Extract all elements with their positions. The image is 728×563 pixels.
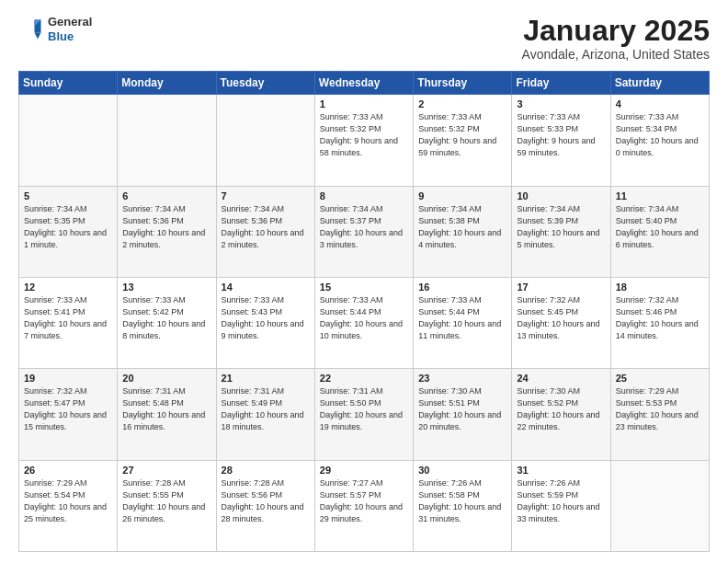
- day-number: 9: [418, 190, 506, 201]
- svg-marker-1: [35, 32, 41, 39]
- calendar-week-row: 5Sunrise: 7:34 AM Sunset: 5:35 PM Daylig…: [19, 186, 710, 277]
- day-info: Sunrise: 7:26 AM Sunset: 5:58 PM Dayligh…: [418, 477, 506, 525]
- logo-text: General Blue: [48, 15, 92, 43]
- day-number: 14: [222, 282, 310, 293]
- location-label: Avondale, Arizona, United States: [522, 47, 710, 62]
- day-number: 30: [418, 465, 506, 476]
- day-info: Sunrise: 7:28 AM Sunset: 5:56 PM Dayligh…: [222, 477, 310, 525]
- calendar-cell: 15Sunrise: 7:33 AM Sunset: 5:44 PM Dayli…: [314, 277, 413, 368]
- logo-icon: [18, 17, 44, 42]
- calendar-cell: 2Sunrise: 7:33 AM Sunset: 5:32 PM Daylig…: [414, 95, 512, 186]
- day-info: Sunrise: 7:34 AM Sunset: 5:40 PM Dayligh…: [616, 203, 704, 251]
- calendar-table: SundayMondayTuesdayWednesdayThursdayFrid…: [18, 71, 710, 552]
- calendar-cell: 16Sunrise: 7:33 AM Sunset: 5:44 PM Dayli…: [414, 277, 512, 368]
- day-info: Sunrise: 7:33 AM Sunset: 5:41 PM Dayligh…: [24, 294, 112, 342]
- calendar-cell: 11Sunrise: 7:34 AM Sunset: 5:40 PM Dayli…: [610, 186, 709, 277]
- month-title: January 2025: [522, 15, 710, 47]
- calendar-cell: [216, 95, 314, 186]
- day-number: 6: [122, 190, 210, 201]
- day-info: Sunrise: 7:33 AM Sunset: 5:44 PM Dayligh…: [418, 294, 506, 342]
- day-number: 23: [418, 373, 506, 384]
- calendar-cell: 21Sunrise: 7:31 AM Sunset: 5:49 PM Dayli…: [216, 369, 314, 460]
- calendar-cell: [610, 460, 709, 551]
- weekday-header-row: SundayMondayTuesdayWednesdayThursdayFrid…: [19, 72, 710, 95]
- weekday-header-sunday: Sunday: [19, 72, 118, 95]
- day-info: Sunrise: 7:31 AM Sunset: 5:50 PM Dayligh…: [320, 385, 408, 433]
- calendar-cell: 30Sunrise: 7:26 AM Sunset: 5:58 PM Dayli…: [414, 460, 512, 551]
- day-info: Sunrise: 7:30 AM Sunset: 5:52 PM Dayligh…: [517, 385, 605, 433]
- calendar-cell: 23Sunrise: 7:30 AM Sunset: 5:51 PM Dayli…: [414, 369, 512, 460]
- day-number: 29: [320, 465, 408, 476]
- day-info: Sunrise: 7:34 AM Sunset: 5:38 PM Dayligh…: [418, 203, 506, 251]
- calendar-cell: 20Sunrise: 7:31 AM Sunset: 5:48 PM Dayli…: [118, 369, 216, 460]
- day-info: Sunrise: 7:33 AM Sunset: 5:32 PM Dayligh…: [320, 111, 408, 159]
- day-number: 3: [517, 98, 605, 109]
- day-info: Sunrise: 7:32 AM Sunset: 5:46 PM Dayligh…: [616, 294, 704, 342]
- day-number: 5: [24, 190, 112, 201]
- day-number: 10: [517, 190, 605, 201]
- day-info: Sunrise: 7:32 AM Sunset: 5:47 PM Dayligh…: [24, 385, 112, 433]
- calendar-cell: 26Sunrise: 7:29 AM Sunset: 5:54 PM Dayli…: [19, 460, 118, 551]
- day-info: Sunrise: 7:30 AM Sunset: 5:51 PM Dayligh…: [418, 385, 506, 433]
- day-number: 25: [616, 373, 704, 384]
- day-info: Sunrise: 7:34 AM Sunset: 5:36 PM Dayligh…: [222, 203, 310, 251]
- day-info: Sunrise: 7:29 AM Sunset: 5:54 PM Dayligh…: [24, 477, 112, 525]
- day-number: 28: [222, 465, 310, 476]
- calendar-cell: 10Sunrise: 7:34 AM Sunset: 5:39 PM Dayli…: [512, 186, 610, 277]
- calendar-cell: 31Sunrise: 7:26 AM Sunset: 5:59 PM Dayli…: [512, 460, 610, 551]
- day-number: 24: [517, 373, 605, 384]
- weekday-header-wednesday: Wednesday: [314, 72, 413, 95]
- day-number: 22: [320, 373, 408, 384]
- day-info: Sunrise: 7:31 AM Sunset: 5:48 PM Dayligh…: [122, 385, 210, 433]
- weekday-header-saturday: Saturday: [610, 72, 709, 95]
- day-info: Sunrise: 7:34 AM Sunset: 5:36 PM Dayligh…: [122, 203, 210, 251]
- logo-general-label: General: [48, 15, 92, 29]
- calendar-week-row: 26Sunrise: 7:29 AM Sunset: 5:54 PM Dayli…: [19, 460, 710, 551]
- weekday-header-tuesday: Tuesday: [216, 72, 314, 95]
- calendar-cell: 3Sunrise: 7:33 AM Sunset: 5:33 PM Daylig…: [512, 95, 610, 186]
- weekday-header-monday: Monday: [118, 72, 216, 95]
- day-info: Sunrise: 7:34 AM Sunset: 5:39 PM Dayligh…: [517, 203, 605, 251]
- day-info: Sunrise: 7:33 AM Sunset: 5:32 PM Dayligh…: [418, 111, 506, 159]
- day-number: 15: [320, 282, 408, 293]
- day-number: 19: [24, 373, 112, 384]
- calendar-cell: 8Sunrise: 7:34 AM Sunset: 5:37 PM Daylig…: [314, 186, 413, 277]
- logo: General Blue: [18, 15, 92, 43]
- calendar-cell: 25Sunrise: 7:29 AM Sunset: 5:53 PM Dayli…: [610, 369, 709, 460]
- day-info: Sunrise: 7:33 AM Sunset: 5:34 PM Dayligh…: [616, 111, 704, 159]
- calendar-cell: 12Sunrise: 7:33 AM Sunset: 5:41 PM Dayli…: [19, 277, 118, 368]
- day-info: Sunrise: 7:34 AM Sunset: 5:37 PM Dayligh…: [320, 203, 408, 251]
- day-number: 2: [418, 98, 506, 109]
- calendar-week-row: 1Sunrise: 7:33 AM Sunset: 5:32 PM Daylig…: [19, 95, 710, 186]
- weekday-header-friday: Friday: [512, 72, 610, 95]
- day-number: 20: [122, 373, 210, 384]
- calendar-cell: 28Sunrise: 7:28 AM Sunset: 5:56 PM Dayli…: [216, 460, 314, 551]
- calendar-cell: 9Sunrise: 7:34 AM Sunset: 5:38 PM Daylig…: [414, 186, 512, 277]
- day-info: Sunrise: 7:34 AM Sunset: 5:35 PM Dayligh…: [24, 203, 112, 251]
- weekday-header-thursday: Thursday: [414, 72, 512, 95]
- day-info: Sunrise: 7:27 AM Sunset: 5:57 PM Dayligh…: [320, 477, 408, 525]
- calendar-cell: 19Sunrise: 7:32 AM Sunset: 5:47 PM Dayli…: [19, 369, 118, 460]
- day-number: 26: [24, 465, 112, 476]
- day-number: 21: [222, 373, 310, 384]
- day-number: 8: [320, 190, 408, 201]
- calendar-cell: 24Sunrise: 7:30 AM Sunset: 5:52 PM Dayli…: [512, 369, 610, 460]
- calendar-cell: [19, 95, 118, 186]
- calendar-cell: 14Sunrise: 7:33 AM Sunset: 5:43 PM Dayli…: [216, 277, 314, 368]
- calendar-cell: 5Sunrise: 7:34 AM Sunset: 5:35 PM Daylig…: [19, 186, 118, 277]
- calendar-cell: 13Sunrise: 7:33 AM Sunset: 5:42 PM Dayli…: [118, 277, 216, 368]
- calendar-cell: 29Sunrise: 7:27 AM Sunset: 5:57 PM Dayli…: [314, 460, 413, 551]
- day-info: Sunrise: 7:26 AM Sunset: 5:59 PM Dayligh…: [517, 477, 605, 525]
- page-header: General Blue January 2025 Avondale, Ariz…: [18, 15, 710, 62]
- day-number: 16: [418, 282, 506, 293]
- day-number: 13: [122, 282, 210, 293]
- day-number: 12: [24, 282, 112, 293]
- day-info: Sunrise: 7:29 AM Sunset: 5:53 PM Dayligh…: [616, 385, 704, 433]
- day-number: 31: [517, 465, 605, 476]
- logo-blue-label: Blue: [48, 29, 92, 44]
- day-info: Sunrise: 7:32 AM Sunset: 5:45 PM Dayligh…: [517, 294, 605, 342]
- calendar-cell: 4Sunrise: 7:33 AM Sunset: 5:34 PM Daylig…: [610, 95, 709, 186]
- day-number: 1: [320, 98, 408, 109]
- day-info: Sunrise: 7:28 AM Sunset: 5:55 PM Dayligh…: [122, 477, 210, 525]
- day-number: 18: [616, 282, 704, 293]
